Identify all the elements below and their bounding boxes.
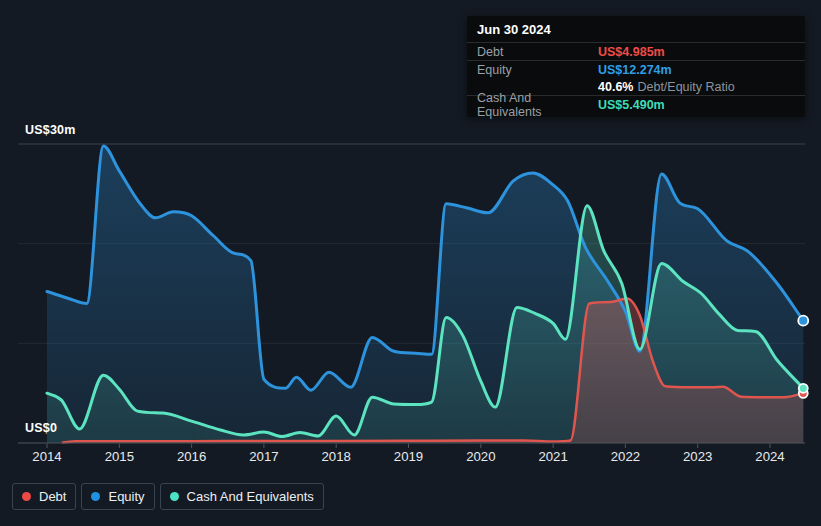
legend-dot-equity [91,492,100,501]
legend-item-cash[interactable]: Cash And Equivalents [160,483,324,510]
tooltip-debt-value: US$4.985m [598,45,665,59]
tooltip-ratio-label: Debt/Equity Ratio [637,80,734,94]
legend-label-cash: Cash And Equivalents [187,489,314,504]
x-axis-label: 2014 [32,449,61,464]
x-axis-label: 2020 [466,449,495,464]
x-axis-label: 2021 [538,449,567,464]
tooltip-row-debt: Debt US$4.985m [467,42,805,60]
tooltip-equity-value: US$12.274m [598,63,672,77]
tooltip-ratio-value: 40.6% [598,80,633,94]
tooltip-cash-label: Cash And Equivalents [477,91,598,119]
x-axis-label: 2019 [394,449,423,464]
x-axis-label: 2022 [611,449,640,464]
debt-equity-chart-panel: 2014201520162017201820192020202120222023… [0,0,821,526]
legend-label-equity: Equity [108,489,144,504]
chart-legend: Debt Equity Cash And Equivalents [12,483,324,510]
x-axis-label: 2016 [177,449,206,464]
tooltip-date: Jun 30 2024 [467,16,805,42]
x-axis-label: 2018 [322,449,351,464]
x-axis-label: 2024 [755,449,784,464]
x-axis-label: 2023 [683,449,712,464]
tooltip-row-cash: Cash And Equivalents US$5.490m [467,95,805,113]
tooltip-cash-value: US$5.490m [598,98,665,112]
legend-label-debt: Debt [39,489,66,504]
tooltip-row-equity: Equity US$12.274m [467,60,805,78]
legend-item-equity[interactable]: Equity [81,483,154,510]
tooltip-equity-label: Equity [477,63,598,77]
x-axis-label: 2017 [249,449,278,464]
y-axis-top-label: US$30m [25,123,76,137]
legend-item-debt[interactable]: Debt [12,483,76,510]
x-axis-label: 2015 [105,449,134,464]
tooltip-debt-label: Debt [477,45,598,59]
legend-dot-cash [170,492,179,501]
end-marker-equity [798,316,808,326]
end-marker-cash-and-equivalents [799,384,808,393]
chart-tooltip: Jun 30 2024 Debt US$4.985m Equity US$12.… [467,16,805,117]
legend-dot-debt [22,492,31,501]
y-axis-bottom-label: US$0 [25,421,57,435]
